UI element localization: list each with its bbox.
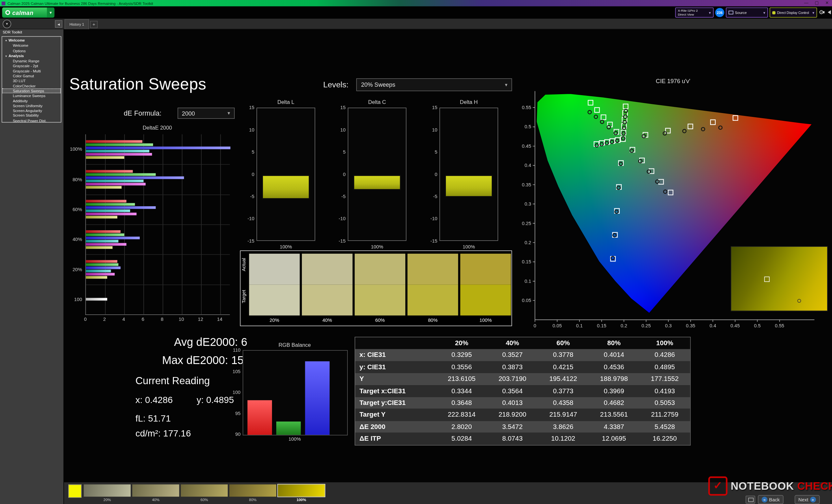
sidebar-item-3d-lut[interactable]: 3D LUT xyxy=(2,79,61,83)
window-icon xyxy=(748,498,753,502)
filmstrip-tile-100%[interactable]: 100% xyxy=(278,484,325,502)
sidebar-item-luminance-sweeps[interactable]: Luminance Sweeps xyxy=(2,93,61,99)
meter-selector[interactable]: X-Rite i1Pro 2 Direct View ▼ xyxy=(675,7,714,18)
close-button[interactable]: ✕ xyxy=(825,0,829,6)
sidebar-item-spectral-power-dist-[interactable]: Spectral Power Dist. xyxy=(2,118,61,123)
table-value-cell: 177.1552 xyxy=(639,373,690,385)
ylab: 80% xyxy=(64,177,82,182)
back-arrow-icon: « xyxy=(761,497,767,502)
sidebar-item-welcome[interactable]: ▼Welcome xyxy=(2,38,61,44)
chevron-down-icon: ▼ xyxy=(706,11,713,14)
sidebar-item-additivity[interactable]: Additivity xyxy=(2,99,61,103)
sidebar-item-dynamic-range[interactable]: Dynamic Range xyxy=(2,59,61,64)
next-button-label: Next xyxy=(799,497,808,502)
reading-x: x: 0.4286 xyxy=(135,395,173,405)
calman-menu-button[interactable]: calman ▼ xyxy=(2,7,55,18)
svg-text:0.55: 0.55 xyxy=(522,105,531,110)
sidebar-item-label: Screen Stability xyxy=(13,114,39,117)
delta-l-bar xyxy=(262,175,310,199)
table-value-cell: 215.9147 xyxy=(538,409,589,421)
calman-logo-icon xyxy=(5,10,10,15)
table-row: Target Y222.8314218.9200215.9147213.5561… xyxy=(355,409,690,421)
table-row-label: Target x:CIE31 xyxy=(355,385,436,397)
filmstrip-tile-20%[interactable]: 20% xyxy=(84,484,131,502)
current-reading-heading: Current Reading xyxy=(135,375,210,387)
table-column-header: 20% xyxy=(436,337,487,349)
svg-text:0.15: 0.15 xyxy=(522,259,531,264)
next-button[interactable]: Next » xyxy=(795,495,819,504)
sidebar-item-grayscale-2pt[interactable]: Grayscale - 2pt xyxy=(2,64,61,68)
sidebar-item-label: 3D LUT xyxy=(13,79,26,83)
table-value-cell: 0.3295 xyxy=(436,349,487,361)
deltae2000-chart: DeltaE 2000 100%80%60%40%20%100 02468101… xyxy=(64,124,240,332)
svg-text:0.55: 0.55 xyxy=(775,323,784,328)
de-formula-dropdown[interactable]: 2000 ▼ xyxy=(178,108,235,118)
sidebar-item-screen-angularity[interactable]: Screen Angularity xyxy=(2,108,61,113)
window-mode-button[interactable] xyxy=(746,496,755,504)
rgb-ylab: 105 xyxy=(224,369,240,374)
filmstrip-tile-80%[interactable]: 80% xyxy=(230,484,276,502)
chevron-down-icon: ▼ xyxy=(810,11,817,14)
deltae-bar xyxy=(86,200,126,203)
window-title: Calman 2025 Calman Ultimate for Business… xyxy=(7,1,153,5)
ylab: 20% xyxy=(64,267,82,272)
dlab: -5 xyxy=(334,194,345,199)
maximize-button[interactable]: ▢ xyxy=(815,0,819,6)
speaker-icon[interactable] xyxy=(828,10,831,14)
svg-text:0.3: 0.3 xyxy=(524,201,531,206)
sidebar-collapse-icon[interactable]: ◄ xyxy=(55,20,62,28)
delta-l-xlabel: 100% xyxy=(256,244,315,249)
minimize-button[interactable]: — xyxy=(804,0,808,6)
sidebar-item-analysis[interactable]: ▼Analysis xyxy=(2,53,61,59)
sidebar-item-label: Color Gamut xyxy=(13,74,34,78)
display-control-selector[interactable]: Direct Display Control ▼ xyxy=(770,7,817,18)
sidebar-item-grayscale-multi[interactable]: Grayscale - Multi xyxy=(2,68,61,74)
sidebar-item-colorchecker[interactable]: ColorChecker xyxy=(2,83,61,88)
table-value-cell: 0.3344 xyxy=(436,385,487,397)
table-row: y: CIE310.35560.38730.42150.45360.4895 xyxy=(355,361,690,373)
deltae-bar xyxy=(86,176,184,179)
sidebar-item-screen-uniformity[interactable]: Screen Uniformity xyxy=(2,103,61,108)
swatch-columns: 20%40%60%80%100% xyxy=(249,251,511,326)
sidebar-item-saturation-sweeps[interactable]: Saturation Sweeps xyxy=(2,88,61,93)
xlab: 14 xyxy=(214,317,225,322)
sidebar-item-screen-stability[interactable]: Screen Stability xyxy=(2,113,61,118)
deltae-bar xyxy=(86,143,153,146)
swatch-actual-20% xyxy=(249,254,300,284)
tree-expander-icon[interactable]: ▼ xyxy=(5,38,8,43)
table-value-cell: 0.4895 xyxy=(639,361,690,373)
sidebar-item-options[interactable]: Options xyxy=(2,48,61,53)
swatch-target-20% xyxy=(249,284,300,315)
table-value-cell: 0.3873 xyxy=(487,361,538,373)
rgb-balance-plot xyxy=(243,350,348,436)
source-selector[interactable]: Source ▼ xyxy=(726,7,768,18)
add-tab-button[interactable]: + xyxy=(90,21,98,28)
dlab: 0 xyxy=(243,171,255,177)
current-patch-swatch xyxy=(68,484,82,498)
source-icon xyxy=(729,11,733,14)
deltae-bar xyxy=(86,233,124,236)
deltae-bar xyxy=(86,179,143,182)
table-row: Target x:CIE310.33440.35640.37730.39690.… xyxy=(355,385,690,397)
table-value-cell: 0.4358 xyxy=(538,397,589,409)
deltae-bar xyxy=(86,267,120,269)
back-button[interactable]: « Back xyxy=(758,495,784,504)
delta-l-ylabels: 151050-5-10-15 xyxy=(243,99,256,254)
sidebar-item-welcome[interactable]: Welcome xyxy=(2,43,61,48)
workspace-menu-icon[interactable]: ▾ xyxy=(3,20,11,28)
levels-dropdown[interactable]: 20% Sweeps ▼ xyxy=(356,78,512,91)
filmstrip-tile-40%[interactable]: 40% xyxy=(132,484,179,502)
table-row: Target y:CIE310.36480.40130.43580.46820.… xyxy=(355,397,690,409)
filmstrip-tile-60%[interactable]: 60% xyxy=(181,484,228,502)
deltae-bar xyxy=(86,240,118,242)
table-value-cell: 0.3556 xyxy=(436,361,487,373)
table-value-cell: 2.8020 xyxy=(436,421,487,433)
deltae-bar xyxy=(86,260,117,263)
sidebar-item-color-gamut[interactable]: Color Gamut xyxy=(2,74,61,79)
tree-expander-icon[interactable]: ▼ xyxy=(5,54,8,59)
table-value-cell: 0.3564 xyxy=(487,385,538,397)
table-row-label: x: CIE31 xyxy=(355,349,436,361)
deltae-bar xyxy=(86,150,149,152)
tab-history-1[interactable]: History 1 xyxy=(65,19,89,29)
delta_c-chart: Delta C 151050-5-10-15 100% xyxy=(334,99,414,254)
